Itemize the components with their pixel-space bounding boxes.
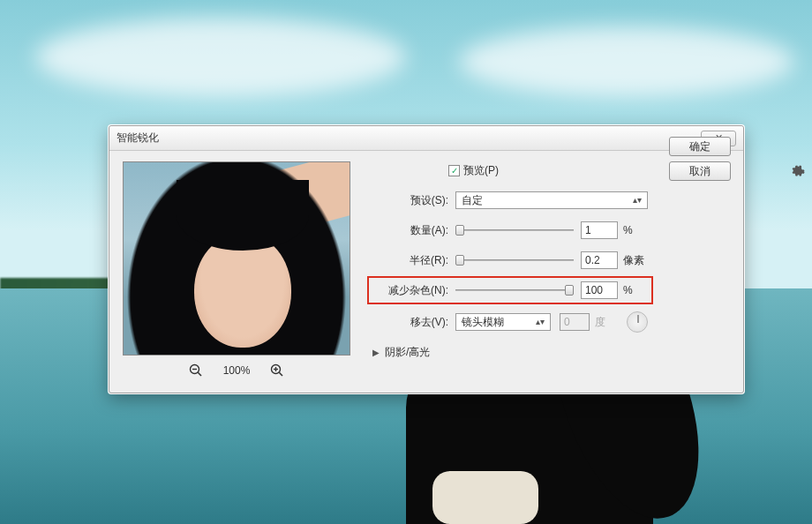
cancel-button[interactable]: 取消	[669, 161, 731, 181]
preview-checkbox-label: 预览(P)	[463, 163, 499, 178]
shadows-highlights-disclosure[interactable]: ▶ 阴影/高光	[372, 345, 648, 360]
zoom-out-button[interactable]	[188, 363, 204, 378]
preview-checkbox[interactable]: ✓	[448, 165, 460, 176]
reduce-noise-label: 减少杂色(N):	[372, 283, 448, 298]
angle-unit: 度	[595, 315, 620, 330]
radius-unit: 像素	[623, 253, 648, 268]
zoom-in-button[interactable]	[269, 363, 285, 378]
radius-input[interactable]: 0.2	[581, 251, 618, 269]
preset-select[interactable]: 自定 ▴▾	[455, 191, 648, 209]
preview-bangs	[177, 180, 309, 251]
preview-image[interactable]	[123, 161, 350, 356]
svg-line-1	[198, 372, 201, 376]
zoom-in-icon	[270, 363, 284, 378]
chevron-updown-icon: ▴▾	[536, 317, 546, 326]
zoom-out-icon	[189, 363, 203, 378]
slider-thumb[interactable]	[565, 285, 574, 296]
slider-thumb[interactable]	[455, 255, 464, 266]
preset-label: 预设(S):	[372, 193, 448, 208]
angle-input: 0	[560, 313, 590, 331]
remove-select[interactable]: 镜头模糊 ▴▾	[455, 313, 551, 331]
amount-unit: %	[623, 224, 648, 236]
remove-value: 镜头模糊	[462, 315, 504, 330]
gear-icon	[791, 165, 805, 179]
slider-track	[455, 229, 574, 231]
reduce-noise-slider[interactable]	[455, 283, 574, 297]
reduce-noise-unit: %	[623, 284, 648, 296]
amount-label: 数量(A):	[372, 223, 448, 238]
amount-input[interactable]: 1	[581, 221, 618, 239]
cancel-label: 取消	[689, 164, 710, 179]
preset-value: 自定	[462, 193, 483, 208]
smart-sharpen-dialog: 智能锐化 ✕ 100%	[109, 125, 744, 393]
radius-slider[interactable]	[455, 253, 574, 267]
slider-track	[455, 259, 574, 261]
settings-gear-button[interactable]	[791, 165, 805, 179]
background-cloud	[35, 18, 406, 97]
zoom-level: 100%	[223, 364, 251, 377]
reduce-noise-input[interactable]: 100	[581, 281, 618, 299]
remove-label: 移去(V):	[372, 315, 448, 330]
ok-label: 确定	[689, 139, 710, 154]
amount-slider[interactable]	[455, 223, 574, 237]
angle-dial[interactable]	[627, 311, 648, 333]
titlebar[interactable]: 智能锐化 ✕	[109, 126, 743, 151]
disclosure-label: 阴影/高光	[385, 345, 430, 360]
dialog-title: 智能锐化	[117, 131, 701, 146]
radius-label: 半径(R):	[372, 253, 448, 268]
slider-track	[455, 289, 574, 291]
slider-thumb[interactable]	[455, 225, 464, 236]
svg-line-4	[280, 372, 283, 376]
background-cloud	[459, 26, 794, 97]
reduce-noise-row-highlight: 减少杂色(N): 100 %	[367, 276, 653, 304]
ok-button[interactable]: 确定	[669, 137, 731, 156]
triangle-right-icon: ▶	[372, 348, 380, 357]
chevron-updown-icon: ▴▾	[633, 195, 643, 205]
